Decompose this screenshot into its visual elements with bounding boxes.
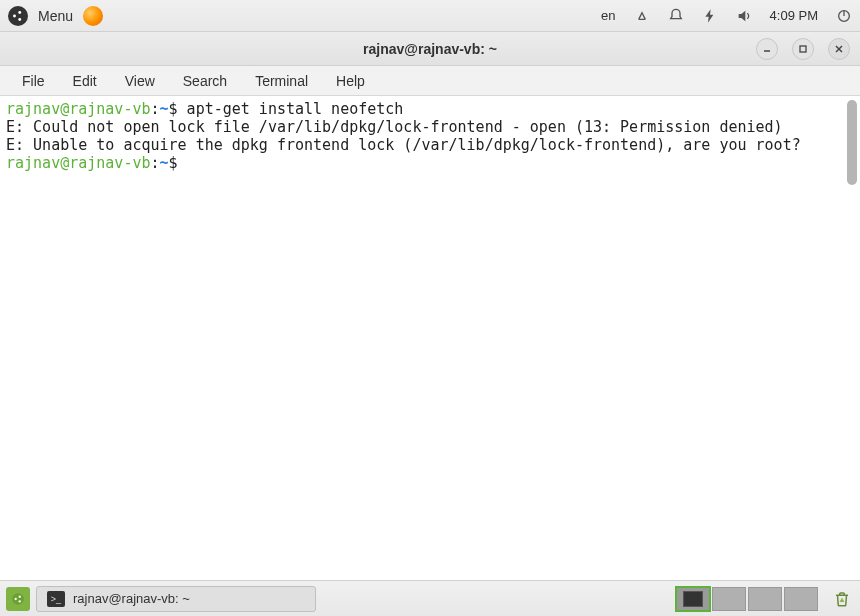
workspace-2[interactable] xyxy=(712,587,746,611)
terminal-line: rajnav@rajnav-vb:~$ xyxy=(6,154,854,172)
window-titlebar: rajnav@rajnav-vb: ~ xyxy=(0,32,860,66)
menu-edit[interactable]: Edit xyxy=(61,69,109,93)
workspace-3[interactable] xyxy=(748,587,782,611)
svg-point-12 xyxy=(841,599,844,602)
terminal-output: E: Unable to acquire the dpkg frontend l… xyxy=(6,136,854,154)
svg-point-10 xyxy=(19,595,21,597)
maximize-button[interactable] xyxy=(792,38,814,60)
workspace-4[interactable] xyxy=(784,587,818,611)
prompt-user: rajnav@rajnav-vb xyxy=(6,154,151,172)
volume-icon[interactable] xyxy=(736,8,752,24)
keyboard-lang[interactable]: en xyxy=(601,8,615,23)
svg-point-11 xyxy=(19,600,21,602)
show-desktop-button[interactable] xyxy=(6,587,30,611)
ubuntu-logo-icon[interactable] xyxy=(8,6,28,26)
workspace-1[interactable] xyxy=(676,587,710,611)
menu-view[interactable]: View xyxy=(113,69,167,93)
clock[interactable]: 4:09 PM xyxy=(770,8,818,23)
terminal-icon: >_ xyxy=(47,591,65,607)
menu-terminal[interactable]: Terminal xyxy=(243,69,320,93)
window-title: rajnav@rajnav-vb: ~ xyxy=(363,41,497,57)
menu-search[interactable]: Search xyxy=(171,69,239,93)
prompt-path: ~ xyxy=(160,154,169,172)
prompt-path: ~ xyxy=(160,100,169,118)
command-text: apt-get install neofetch xyxy=(178,100,404,118)
workspace-switcher xyxy=(676,587,818,611)
svg-point-2 xyxy=(18,18,21,21)
svg-rect-5 xyxy=(800,46,806,52)
firefox-icon[interactable] xyxy=(83,6,103,26)
trash-icon[interactable] xyxy=(830,587,854,611)
network-icon[interactable] xyxy=(634,8,650,24)
prompt-user: rajnav@rajnav-vb xyxy=(6,100,151,118)
svg-point-0 xyxy=(13,14,16,17)
thunderbolt-icon[interactable] xyxy=(702,8,718,24)
svg-point-9 xyxy=(15,597,17,599)
menu-help[interactable]: Help xyxy=(324,69,377,93)
terminal-body[interactable]: rajnav@rajnav-vb:~$ apt-get install neof… xyxy=(0,96,860,580)
minimize-button[interactable] xyxy=(756,38,778,60)
close-button[interactable] xyxy=(828,38,850,60)
menu-bar: File Edit View Search Terminal Help xyxy=(0,66,860,96)
system-bottom-panel: >_ rajnav@rajnav-vb: ~ xyxy=(0,580,860,616)
taskbar-title: rajnav@rajnav-vb: ~ xyxy=(73,591,190,606)
svg-point-8 xyxy=(12,593,24,605)
system-top-panel: Menu en 4:09 PM xyxy=(0,0,860,32)
scrollbar[interactable] xyxy=(847,100,857,185)
command-text xyxy=(178,154,187,172)
menu-file[interactable]: File xyxy=(10,69,57,93)
terminal-output: E: Could not open lock file /var/lib/dpk… xyxy=(6,118,854,136)
menu-label[interactable]: Menu xyxy=(38,8,73,24)
svg-point-1 xyxy=(18,11,21,14)
power-icon[interactable] xyxy=(836,8,852,24)
taskbar-window-button[interactable]: >_ rajnav@rajnav-vb: ~ xyxy=(36,586,316,612)
terminal-line: rajnav@rajnav-vb:~$ apt-get install neof… xyxy=(6,100,854,118)
bell-icon[interactable] xyxy=(668,8,684,24)
